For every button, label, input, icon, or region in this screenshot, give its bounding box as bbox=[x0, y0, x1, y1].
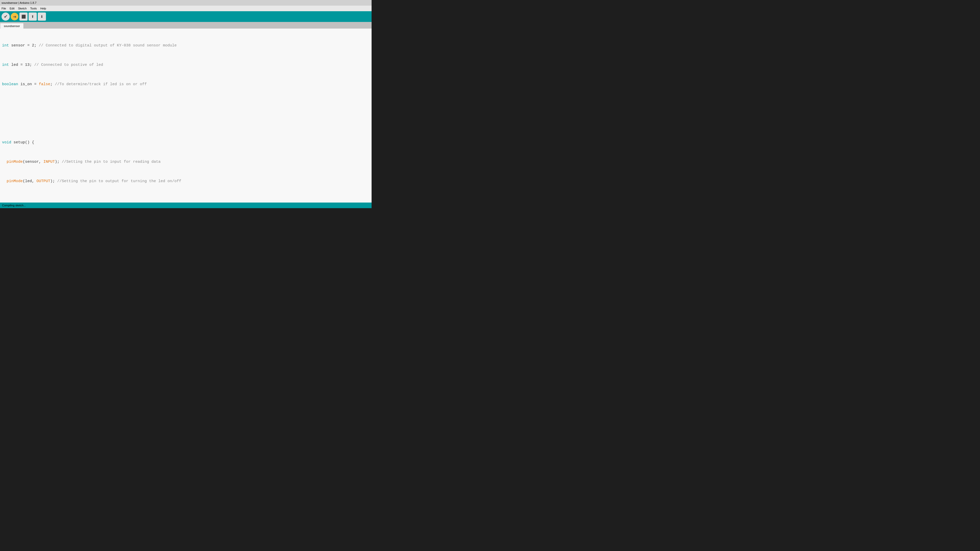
main-area: int sensor = 2; // Connected to digital … bbox=[0, 29, 372, 203]
upload-button[interactable]: ➔ bbox=[11, 13, 18, 21]
new-button[interactable]: ⬛ bbox=[19, 13, 27, 21]
menu-file[interactable]: File bbox=[2, 7, 6, 10]
toolbar: ✔ ➔ ⬛ ⬆ ⬇ bbox=[0, 11, 372, 22]
menubar: File Edit Sketch Tools Help bbox=[0, 6, 372, 11]
verify-button[interactable]: ✔ bbox=[2, 13, 10, 21]
status-text: Compiling sketch... bbox=[2, 204, 26, 207]
tabbar: soundsensor bbox=[0, 22, 372, 29]
code-line-7: pinMode(sensor, INPUT); //Setting the pi… bbox=[2, 157, 369, 167]
save-button[interactable]: ⬇ bbox=[38, 13, 46, 21]
code-line-4 bbox=[2, 99, 369, 109]
title-text: soundsensor | Arduino 1.8.7 bbox=[2, 1, 37, 4]
titlebar: soundsensor | Arduino 1.8.7 bbox=[0, 0, 372, 6]
code-line-1: int sensor = 2; // Connected to digital … bbox=[2, 41, 369, 51]
menu-help[interactable]: Help bbox=[40, 7, 46, 10]
tab-soundsensor[interactable]: soundsensor bbox=[0, 23, 24, 29]
code-line-3: boolean is_on = false; //To determine/tr… bbox=[2, 79, 369, 89]
statusbar: Compiling sketch... bbox=[0, 203, 372, 208]
code-line-6: void setup() { bbox=[2, 138, 369, 148]
code-editor[interactable]: int sensor = 2; // Connected to digital … bbox=[0, 29, 372, 203]
menu-sketch[interactable]: Sketch bbox=[18, 7, 27, 10]
open-button[interactable]: ⬆ bbox=[29, 13, 37, 21]
code-line-8: pinMode(led, OUTPUT); //Setting the pin … bbox=[2, 176, 369, 186]
menu-edit[interactable]: Edit bbox=[10, 7, 14, 10]
code-line-9 bbox=[2, 196, 369, 203]
menu-tools[interactable]: Tools bbox=[30, 7, 37, 10]
code-line-2: int led = 13; // Connected to postive of… bbox=[2, 60, 369, 70]
code-line-5 bbox=[2, 118, 369, 128]
